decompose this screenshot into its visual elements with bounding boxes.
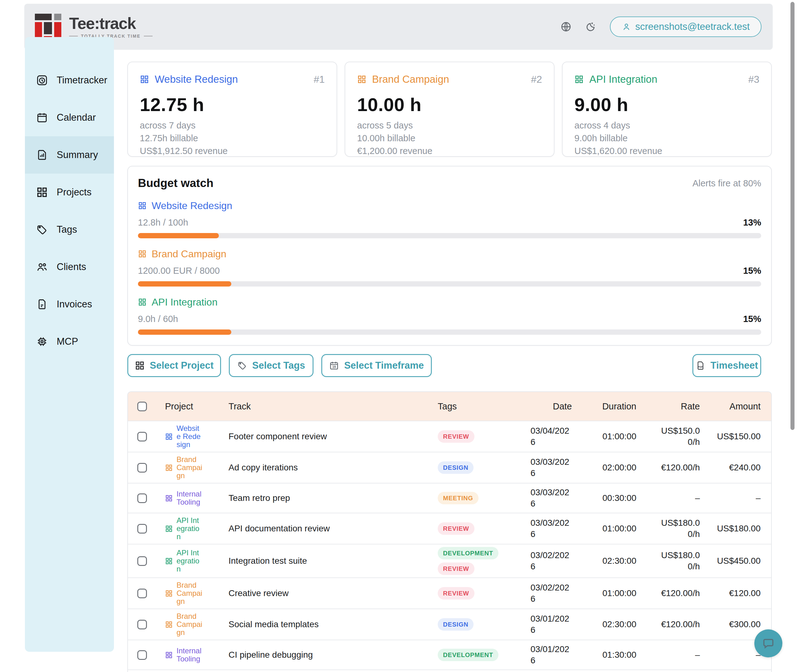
project-link[interactable]: API Integration: [589, 74, 657, 85]
project-link[interactable]: Website Redesign: [176, 424, 203, 449]
account-button[interactable]: screenshots@teetrack.test: [610, 16, 762, 37]
budget-project-link[interactable]: API Integration: [138, 295, 761, 309]
sidebar-item-label: Clients: [57, 261, 86, 272]
globe-icon[interactable]: [560, 21, 572, 33]
column-header-track[interactable]: Track: [218, 402, 432, 411]
sidebar-item[interactable]: Calendar: [25, 99, 114, 136]
project-link[interactable]: Internal Tooling: [176, 647, 203, 663]
calendar-icon: [36, 112, 48, 123]
tag-pill: DESIGN: [438, 461, 473, 474]
row-checkbox[interactable]: [137, 493, 147, 503]
row-checkbox[interactable]: [137, 650, 147, 660]
pdf-file-icon: PDF: [696, 361, 706, 371]
row-checkbox[interactable]: [137, 524, 147, 534]
sidebar-item[interactable]: Timetracker: [25, 62, 114, 99]
stat-cards-row: Website Redesign #1 12.75 h across 7 day…: [127, 62, 772, 157]
rate-cell: US$180.00/h: [641, 517, 703, 540]
project-link[interactable]: API Integration: [176, 549, 203, 573]
amount-cell: –: [703, 493, 771, 504]
sidebar-item-label: Tags: [57, 224, 77, 235]
sidebar-item-label: Projects: [57, 187, 91, 198]
select-tags-button[interactable]: Select Tags: [229, 354, 314, 377]
date-cell: 03/01/2026: [529, 613, 574, 635]
project-link[interactable]: API Integration: [176, 517, 203, 541]
project-link[interactable]: Internal Tooling: [176, 490, 203, 506]
project-rank: #1: [314, 74, 325, 85]
row-checkbox[interactable]: [137, 463, 147, 473]
budget-project-link[interactable]: Website Redesign: [138, 199, 761, 213]
column-header-amount[interactable]: Amount: [703, 402, 771, 411]
logo-block: [54, 14, 61, 20]
amount-cell: €300.00: [703, 619, 771, 630]
project-link[interactable]: Brand Campaign: [372, 74, 449, 85]
budget-usage: 12.8h / 100h: [138, 218, 188, 228]
budget-usage-row: 12.8h / 100h 13%: [138, 216, 761, 229]
grid-icon: [165, 525, 173, 533]
chip-icon: [36, 336, 48, 347]
sidebar-item[interactable]: Summary: [25, 136, 114, 174]
column-header-project[interactable]: Project: [156, 402, 218, 411]
column-header-date[interactable]: Date: [529, 402, 574, 411]
sidebar-item[interactable]: Clients: [25, 248, 114, 286]
project-link[interactable]: Website Redesign: [155, 74, 238, 85]
app-logo[interactable]: Tee:track TOTALLY TRACK TIME: [35, 14, 152, 40]
tag-pill: REVIEW: [438, 587, 475, 600]
row-checkbox[interactable]: [137, 432, 147, 442]
logo-mark-icon: [35, 14, 62, 40]
table-header-row: Project Track Tags Date Duration Rate Am…: [128, 392, 771, 421]
tags-cell: MEETING: [432, 490, 529, 507]
page-scrollbar[interactable]: [791, 2, 794, 430]
grid-icon: [165, 433, 173, 440]
stat-card-header: API Integration #3: [574, 74, 759, 85]
amount-cell: US$150.00: [703, 431, 771, 442]
budget-progress-fill: [138, 330, 231, 335]
table-body: Website Redesign Footer component review…: [128, 421, 771, 672]
tags-cell: DESIGN: [432, 616, 529, 633]
sidebar-item[interactable]: MCP: [25, 323, 114, 360]
project-link[interactable]: Brand Campaign: [176, 456, 203, 480]
stat-card-details: across 4 days 9.00h billable US$1,620.00…: [574, 119, 759, 157]
project-stat-card: Website Redesign #1 12.75 h across 7 day…: [127, 62, 337, 157]
track-cell: Footer component review: [218, 432, 432, 442]
amount-cell: US$450.00: [703, 555, 771, 566]
table-row: Website Redesign Footer component review…: [128, 421, 771, 452]
table-row: API Integration Integration test suite D…: [128, 544, 771, 578]
table-row: Brand Campaign Social media templates DE…: [128, 608, 771, 640]
column-header-duration[interactable]: Duration: [574, 402, 641, 411]
select-all-checkbox[interactable]: [137, 402, 147, 411]
timesheet-button[interactable]: PDF Timesheet: [693, 354, 761, 377]
budget-entry: API Integration 9.0h / 60h 15%: [138, 295, 761, 335]
sidebar-item[interactable]: Invoices: [25, 286, 114, 323]
budget-usage: 1200.00 EUR / 8000: [138, 266, 220, 276]
select-project-button[interactable]: Select Project: [127, 354, 221, 377]
row-checkbox[interactable]: [137, 620, 147, 629]
sidebar-item[interactable]: Projects: [25, 174, 114, 211]
row-checkbox[interactable]: [137, 556, 147, 566]
budget-project-name: Website Redesign: [152, 200, 232, 211]
select-timeframe-button[interactable]: 19 Select Timeframe: [321, 354, 432, 377]
row-checkbox[interactable]: [137, 589, 147, 598]
budget-project-link[interactable]: Brand Campaign: [138, 247, 761, 261]
project-link[interactable]: Brand Campaign: [176, 581, 203, 605]
grid-icon: [165, 464, 173, 472]
date-cell: 03/03/2026: [529, 487, 574, 509]
tag-pill: DESIGN: [438, 618, 473, 630]
column-header-rate[interactable]: Rate: [641, 402, 703, 411]
moon-stars-icon[interactable]: [585, 21, 597, 33]
column-header-tags[interactable]: Tags: [432, 402, 529, 411]
grid-icon: [140, 75, 149, 84]
chat-button[interactable]: [754, 629, 783, 658]
tag-pill: REVIEW: [438, 522, 475, 535]
budget-entry: Brand Campaign 1200.00 EUR / 8000 15%: [138, 247, 761, 286]
sidebar-item[interactable]: Tags: [25, 211, 114, 248]
billable-line: 12.75h billable: [140, 132, 325, 145]
app-title: Tee:track: [69, 15, 152, 31]
table-row: Brand Campaign Ad copy iterations DESIGN…: [128, 452, 771, 483]
track-cell: CI pipeline debugging: [218, 650, 432, 660]
project-cell: Website Redesign: [156, 670, 218, 672]
table-row: Website Redesign: [128, 669, 771, 672]
grid-icon: [574, 75, 584, 84]
project-link[interactable]: Brand Campaign: [176, 612, 203, 637]
revenue-line: US$1,912.50 revenue: [140, 145, 325, 157]
tag-icon: [237, 361, 247, 371]
